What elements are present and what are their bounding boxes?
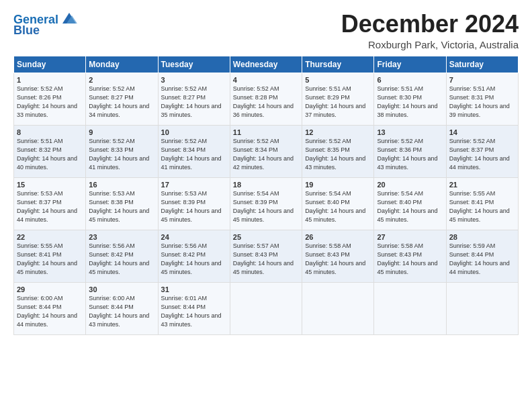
- day-number: 6: [377, 76, 443, 84]
- day-cell: 27 Sunrise: 5:58 AMSunset: 8:43 PMDaylig…: [374, 230, 446, 282]
- day-number: 9: [89, 128, 154, 136]
- day-cell: 16 Sunrise: 5:53 AMSunset: 8:38 PMDaylig…: [86, 177, 158, 230]
- day-info: Sunrise: 6:00 AMSunset: 8:44 PMDaylight:…: [17, 295, 77, 328]
- day-cell: 8 Sunrise: 5:51 AMSunset: 8:32 PMDayligh…: [14, 125, 86, 177]
- day-cell: 12 Sunrise: 5:52 AMSunset: 8:35 PMDaylig…: [302, 125, 374, 177]
- week-row-4: 22 Sunrise: 5:55 AMSunset: 8:41 PMDaylig…: [14, 230, 519, 282]
- day-number: 22: [17, 233, 83, 241]
- day-info: Sunrise: 5:53 AMSunset: 8:38 PMDaylight:…: [89, 190, 149, 223]
- day-number: 20: [377, 181, 443, 189]
- day-cell: 5 Sunrise: 5:51 AMSunset: 8:29 PMDayligh…: [302, 73, 374, 125]
- header: General Blue December 2024 Roxburgh Park…: [13, 11, 519, 50]
- header-row: SundayMondayTuesdayWednesdayThursdayFrid…: [14, 56, 519, 73]
- day-info: Sunrise: 5:52 AMSunset: 8:34 PMDaylight:…: [161, 138, 222, 171]
- day-number: 5: [305, 76, 371, 84]
- day-cell: 23 Sunrise: 5:56 AMSunset: 8:42 PMDaylig…: [86, 230, 158, 282]
- day-number: 10: [161, 128, 227, 136]
- day-cell: 22 Sunrise: 5:55 AMSunset: 8:41 PMDaylig…: [14, 230, 86, 282]
- day-info: Sunrise: 5:53 AMSunset: 8:39 PMDaylight:…: [161, 190, 222, 223]
- day-cell: 29 Sunrise: 6:00 AMSunset: 8:44 PMDaylig…: [14, 282, 86, 334]
- day-cell: 31 Sunrise: 6:01 AMSunset: 8:44 PMDaylig…: [158, 282, 230, 334]
- day-info: Sunrise: 5:57 AMSunset: 8:43 PMDaylight:…: [233, 242, 294, 275]
- day-cell: 15 Sunrise: 5:53 AMSunset: 8:37 PMDaylig…: [14, 177, 86, 230]
- month-title: December 2024: [341, 11, 519, 38]
- page: General Blue December 2024 Roxburgh Park…: [0, 0, 532, 411]
- day-info: Sunrise: 5:52 AMSunset: 8:33 PMDaylight:…: [89, 138, 149, 171]
- day-number: 23: [89, 233, 154, 241]
- day-cell: 17 Sunrise: 5:53 AMSunset: 8:39 PMDaylig…: [158, 177, 230, 230]
- col-header-friday: Friday: [374, 56, 446, 73]
- day-info: Sunrise: 5:53 AMSunset: 8:37 PMDaylight:…: [17, 190, 77, 223]
- logo: General Blue: [13, 13, 79, 38]
- day-info: Sunrise: 5:51 AMSunset: 8:30 PMDaylight:…: [377, 85, 437, 118]
- day-cell: [446, 282, 518, 334]
- day-cell: 25 Sunrise: 5:57 AMSunset: 8:43 PMDaylig…: [230, 230, 302, 282]
- day-cell: 30 Sunrise: 6:00 AMSunset: 8:44 PMDaylig…: [86, 282, 158, 334]
- day-info: Sunrise: 5:56 AMSunset: 8:42 PMDaylight:…: [89, 242, 149, 275]
- col-header-monday: Monday: [86, 56, 158, 73]
- day-cell: 14 Sunrise: 5:52 AMSunset: 8:37 PMDaylig…: [446, 125, 518, 177]
- day-cell: 20 Sunrise: 5:54 AMSunset: 8:40 PMDaylig…: [374, 177, 446, 230]
- col-header-sunday: Sunday: [14, 56, 86, 73]
- day-number: 21: [449, 181, 515, 189]
- day-info: Sunrise: 5:51 AMSunset: 8:32 PMDaylight:…: [17, 138, 77, 171]
- day-info: Sunrise: 5:52 AMSunset: 8:36 PMDaylight:…: [377, 138, 437, 171]
- day-cell: 28 Sunrise: 5:59 AMSunset: 8:44 PMDaylig…: [446, 230, 518, 282]
- week-row-3: 15 Sunrise: 5:53 AMSunset: 8:37 PMDaylig…: [14, 177, 519, 230]
- day-cell: [302, 282, 374, 334]
- day-number: 29: [17, 285, 83, 293]
- week-row-1: 1 Sunrise: 5:52 AMSunset: 8:26 PMDayligh…: [14, 73, 519, 125]
- day-cell: 9 Sunrise: 5:52 AMSunset: 8:33 PMDayligh…: [86, 125, 158, 177]
- day-cell: 13 Sunrise: 5:52 AMSunset: 8:36 PMDaylig…: [374, 125, 446, 177]
- day-number: 7: [449, 76, 515, 84]
- title-block: December 2024 Roxburgh Park, Victoria, A…: [341, 11, 519, 50]
- day-cell: [230, 282, 302, 334]
- day-info: Sunrise: 5:52 AMSunset: 8:37 PMDaylight:…: [449, 138, 510, 171]
- day-number: 3: [161, 76, 227, 84]
- day-number: 30: [89, 285, 154, 293]
- day-cell: 3 Sunrise: 5:52 AMSunset: 8:27 PMDayligh…: [158, 73, 230, 125]
- day-number: 11: [233, 128, 299, 136]
- day-number: 13: [377, 128, 443, 136]
- day-number: 2: [89, 76, 154, 84]
- day-info: Sunrise: 6:01 AMSunset: 8:44 PMDaylight:…: [161, 295, 222, 328]
- day-info: Sunrise: 5:52 AMSunset: 8:34 PMDaylight:…: [233, 138, 294, 171]
- day-number: 18: [233, 181, 299, 189]
- day-cell: 6 Sunrise: 5:51 AMSunset: 8:30 PMDayligh…: [374, 73, 446, 125]
- day-cell: 1 Sunrise: 5:52 AMSunset: 8:26 PMDayligh…: [14, 73, 86, 125]
- day-cell: 26 Sunrise: 5:58 AMSunset: 8:43 PMDaylig…: [302, 230, 374, 282]
- day-number: 16: [89, 181, 154, 189]
- day-number: 19: [305, 181, 371, 189]
- col-header-wednesday: Wednesday: [230, 56, 302, 73]
- day-info: Sunrise: 5:52 AMSunset: 8:35 PMDaylight:…: [305, 138, 365, 171]
- day-cell: 10 Sunrise: 5:52 AMSunset: 8:34 PMDaylig…: [158, 125, 230, 177]
- day-cell: 7 Sunrise: 5:51 AMSunset: 8:31 PMDayligh…: [446, 73, 518, 125]
- day-info: Sunrise: 5:58 AMSunset: 8:43 PMDaylight:…: [377, 242, 437, 275]
- day-number: 12: [305, 128, 371, 136]
- week-row-5: 29 Sunrise: 6:00 AMSunset: 8:44 PMDaylig…: [14, 282, 519, 334]
- calendar-table: SundayMondayTuesdayWednesdayThursdayFrid…: [13, 56, 519, 335]
- day-info: Sunrise: 5:54 AMSunset: 8:40 PMDaylight:…: [305, 190, 365, 223]
- day-number: 17: [161, 181, 227, 189]
- day-info: Sunrise: 5:58 AMSunset: 8:43 PMDaylight:…: [305, 242, 365, 275]
- day-info: Sunrise: 6:00 AMSunset: 8:44 PMDaylight:…: [89, 295, 149, 328]
- day-cell: 11 Sunrise: 5:52 AMSunset: 8:34 PMDaylig…: [230, 125, 302, 177]
- week-row-2: 8 Sunrise: 5:51 AMSunset: 8:32 PMDayligh…: [14, 125, 519, 177]
- day-cell: 4 Sunrise: 5:52 AMSunset: 8:28 PMDayligh…: [230, 73, 302, 125]
- day-info: Sunrise: 5:59 AMSunset: 8:44 PMDaylight:…: [449, 242, 510, 275]
- day-cell: 18 Sunrise: 5:54 AMSunset: 8:39 PMDaylig…: [230, 177, 302, 230]
- day-info: Sunrise: 5:55 AMSunset: 8:41 PMDaylight:…: [449, 190, 510, 223]
- day-number: 28: [449, 233, 515, 241]
- day-info: Sunrise: 5:54 AMSunset: 8:39 PMDaylight:…: [233, 190, 294, 223]
- logo-blue-text: Blue: [13, 24, 40, 38]
- col-header-saturday: Saturday: [446, 56, 518, 73]
- col-header-thursday: Thursday: [302, 56, 374, 73]
- col-header-tuesday: Tuesday: [158, 56, 230, 73]
- day-number: 14: [449, 128, 515, 136]
- day-number: 4: [233, 76, 299, 84]
- day-cell: [374, 282, 446, 334]
- day-number: 8: [17, 128, 83, 136]
- day-number: 26: [305, 233, 371, 241]
- day-info: Sunrise: 5:54 AMSunset: 8:40 PMDaylight:…: [377, 190, 437, 223]
- day-info: Sunrise: 5:52 AMSunset: 8:27 PMDaylight:…: [161, 85, 222, 118]
